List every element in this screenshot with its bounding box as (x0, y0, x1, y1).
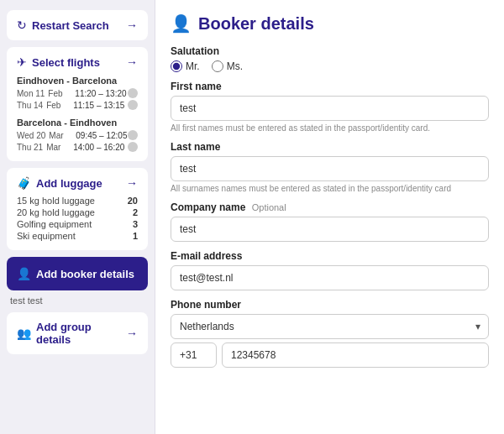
luggage-icon: 🧳 (17, 176, 31, 190)
phone-number-input[interactable] (222, 342, 489, 368)
flight-status-icon (128, 88, 138, 98)
flight-status-icon (128, 130, 138, 140)
last-name-input[interactable] (171, 156, 489, 181)
select-flights-button[interactable]: ✈ Select flights → (17, 55, 138, 69)
luggage-item-3: Golfing equipment 3 (17, 218, 138, 230)
salutation-radio-group: Mr. Ms. (171, 60, 489, 72)
salutation-ms-radio[interactable] (212, 60, 223, 72)
luggage-arrow-icon: → (126, 176, 138, 190)
add-luggage-label: Add luggage (36, 177, 102, 190)
company-optional: Optional (252, 202, 286, 212)
luggage-item-2: 20 kg hold luggage 2 (17, 207, 138, 218)
flight-status-icon (128, 100, 138, 110)
salutation-mr-radio[interactable] (171, 60, 182, 72)
restart-icon: ↻ (17, 18, 27, 32)
phone-country-wrapper: Netherlands ▾ (171, 314, 489, 339)
phone-label: Phone number (171, 299, 489, 311)
add-booker-button[interactable]: 👤 Add booker details (7, 257, 148, 290)
luggage-item-1: 15 kg hold luggage 20 (17, 195, 138, 207)
sidebar: ↻ Restart Search → ✈ Select flights → Ei… (0, 0, 155, 434)
salutation-label: Salutation (171, 45, 489, 57)
group-icon: 👥 (17, 327, 31, 340)
flight-row-4: Thu 21 Mar 14:00 – 16:20 (17, 141, 138, 153)
flights-arrow-icon: → (126, 55, 138, 69)
phone-row (171, 342, 489, 368)
email-label: E-mail address (171, 250, 489, 262)
luggage-section: 🧳 Add luggage → 15 kg hold luggage 20 20… (7, 168, 148, 250)
route-1-label: Eindhoven - Barcelona (17, 76, 138, 86)
booker-icon: 👤 (17, 267, 31, 280)
add-group-label: Add group details (36, 321, 126, 346)
group-arrow-icon: → (126, 327, 138, 340)
last-name-label: Last name (171, 141, 489, 153)
salutation-ms-option[interactable]: Ms. (212, 60, 243, 72)
salutation-mr-option[interactable]: Mr. (171, 60, 200, 72)
company-label: Company name Optional (171, 201, 489, 213)
main-content: 👤 Booker details Salutation Mr. Ms. Firs… (155, 0, 504, 434)
page-title: Booker details (198, 14, 314, 34)
restart-search-button[interactable]: ↻ Restart Search → (17, 18, 138, 32)
first-name-hint: All first names must be entered as state… (171, 123, 489, 133)
plane-icon: ✈ (17, 55, 27, 69)
flight-row-1: Mon 11 Feb 11:20 – 13:20 (17, 87, 138, 99)
flight-status-icon (128, 142, 138, 152)
luggage-item-4: Ski equipment 1 (17, 230, 138, 242)
group-section: 👥 Add group details → (7, 312, 148, 354)
booker-details-icon: 👤 (171, 13, 192, 34)
phone-prefix-input[interactable] (171, 342, 217, 368)
restart-search-section: ↻ Restart Search → (7, 10, 148, 40)
page-header: 👤 Booker details (171, 13, 489, 34)
company-input[interactable] (171, 217, 489, 242)
salutation-ms-label: Ms. (227, 60, 243, 72)
salutation-mr-label: Mr. (186, 60, 200, 72)
first-name-label: First name (171, 81, 489, 92)
flight-row-3: Wed 20 Mar 09:45 – 12:05 (17, 129, 138, 141)
select-flights-label: Select flights (32, 56, 100, 69)
restart-arrow-icon: → (126, 18, 138, 32)
add-luggage-button[interactable]: 🧳 Add luggage → (17, 176, 138, 190)
phone-country-select[interactable]: Netherlands (171, 314, 489, 339)
restart-search-label: Restart Search (32, 19, 109, 32)
route-2-label: Barcelona - Eindhoven (17, 118, 138, 128)
last-name-hint: All surnames names must be entered as st… (171, 184, 489, 193)
flight-row-2: Thu 14 Feb 11:15 – 13:15 (17, 99, 138, 111)
add-group-button[interactable]: 👥 Add group details → (17, 321, 138, 346)
booker-name-display: test test (7, 295, 148, 306)
add-booker-label: Add booker details (36, 268, 134, 280)
first-name-input[interactable] (171, 96, 489, 121)
select-flights-section: ✈ Select flights → Eindhoven - Barcelona… (7, 47, 148, 161)
email-input[interactable] (171, 265, 489, 290)
